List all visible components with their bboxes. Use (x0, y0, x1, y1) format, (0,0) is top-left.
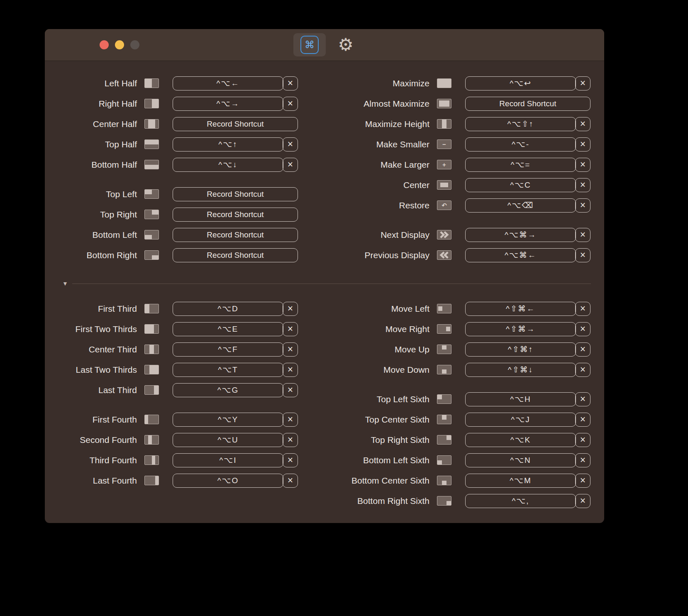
shortcut-recorder-button[interactable]: ^⌥H (465, 392, 576, 406)
shortcut-recorder-button[interactable]: ^⌥→ (173, 97, 283, 111)
shortcut-control: ^⇧⌘← × (465, 302, 590, 316)
shortcut-recorder-button[interactable]: ^⌥- (465, 137, 576, 152)
clear-shortcut-button[interactable]: × (575, 474, 590, 488)
shortcut-recorder-button[interactable]: Record Shortcut (173, 117, 298, 131)
clear-shortcut-button[interactable]: × (575, 178, 590, 192)
last-two-thirds-icon (144, 365, 159, 374)
shortcut-recorder-button[interactable]: ^⌥J (465, 413, 576, 427)
action-label: Top Half (45, 139, 137, 149)
shortcut-recorder-button[interactable]: ^⌥Y (173, 413, 283, 427)
clear-shortcut-button[interactable]: × (575, 198, 590, 213)
shortcut-recorder-button[interactable]: ^⌥U (173, 433, 283, 447)
shortcut-recorder-button[interactable]: ^⌥F (173, 342, 283, 357)
shortcut-recorder-button[interactable]: ^⇧⌘← (465, 302, 576, 316)
shortcut-row: Top Right Sixth ^⌥K × (298, 430, 590, 450)
shortcut-recorder-button[interactable]: ^⌥T (173, 363, 283, 377)
bottom-center-sixth-icon (437, 476, 451, 485)
clear-shortcut-button[interactable]: × (575, 117, 590, 131)
shortcut-control: ^⌥, × (465, 494, 590, 508)
action-label: Top Right Sixth (298, 435, 429, 445)
shortcut-control: ^⌥K × (465, 433, 590, 447)
clear-shortcut-button[interactable]: × (575, 248, 590, 262)
shortcut-control: ^⌥↓ × (173, 158, 298, 172)
shortcut-row: Move Up ^⇧⌘↑ × (298, 339, 590, 359)
shortcut-recorder-button[interactable]: Record Shortcut (465, 97, 590, 111)
clear-shortcut-button[interactable]: × (283, 302, 298, 316)
shortcut-control: ^⌥⇧↑ × (465, 117, 590, 131)
clear-shortcut-button[interactable]: × (283, 474, 298, 488)
shortcut-row: First Two Thirds ^⌥E × (45, 319, 298, 339)
tab-shortcuts[interactable]: ⌘ (293, 33, 326, 56)
shortcut-recorder-button[interactable]: Record Shortcut (173, 248, 298, 262)
shortcut-recorder-button[interactable]: ^⌥G (173, 383, 283, 397)
clear-shortcut-button[interactable]: × (575, 322, 590, 336)
clear-shortcut-button[interactable]: × (575, 433, 590, 447)
shortcut-recorder-button[interactable]: ^⇧⌘↓ (465, 363, 576, 377)
shortcut-recorder-button[interactable]: ^⌥⇧↑ (465, 117, 576, 131)
clear-shortcut-button[interactable]: × (575, 363, 590, 377)
shortcut-recorder-button[interactable]: ^⌥M (465, 474, 576, 488)
shortcut-recorder-button[interactable]: ^⇧⌘↑ (465, 342, 576, 357)
shortcut-recorder-button[interactable]: Record Shortcut (173, 187, 298, 201)
disclosure-triangle-icon[interactable]: ▼ (62, 281, 68, 286)
shortcut-row: Make Smaller − ^⌥- × (298, 134, 590, 154)
shortcut-control: ^⇧⌘→ × (465, 322, 590, 336)
move-down-icon (437, 365, 451, 374)
shortcut-recorder-button[interactable]: ^⌥K (465, 433, 576, 447)
shortcut-recorder-button[interactable]: ^⌥⌘← (465, 248, 576, 262)
top-right-icon (144, 210, 159, 219)
shortcut-row: Bottom Left Record Shortcut (45, 225, 298, 245)
clear-shortcut-button[interactable]: × (283, 413, 298, 427)
clear-shortcut-button[interactable]: × (575, 453, 590, 467)
action-label: Make Smaller (298, 139, 429, 149)
shortcut-recorder-button[interactable]: ^⌥D (173, 302, 283, 316)
clear-shortcut-button[interactable]: × (283, 97, 298, 111)
shortcut-recorder-button[interactable]: ^⌥I (173, 453, 283, 467)
shortcut-recorder-button[interactable]: ^⌥O (173, 474, 283, 488)
shortcut-control: ^⌥← × (173, 76, 298, 90)
clear-shortcut-button[interactable]: × (283, 383, 298, 397)
clear-shortcut-button[interactable]: × (283, 453, 298, 467)
clear-shortcut-button[interactable]: × (283, 363, 298, 377)
close-icon: × (580, 304, 586, 313)
shortcut-recorder-button[interactable]: ^⌥⌘→ (465, 228, 576, 242)
shortcut-row: Almost Maximize Record Shortcut (298, 93, 590, 114)
shortcut-recorder-button[interactable]: ^⌥⌫ (465, 198, 576, 213)
clear-shortcut-button[interactable]: × (575, 302, 590, 316)
shortcut-recorder-button[interactable]: ^⌥↑ (173, 137, 283, 152)
close-icon: × (580, 78, 586, 88)
clear-shortcut-button[interactable]: × (575, 494, 590, 508)
clear-shortcut-button[interactable]: × (283, 158, 298, 172)
shortcut-recorder-button[interactable]: ^⌥E (173, 322, 283, 336)
clear-shortcut-button[interactable]: × (575, 342, 590, 357)
shortcut-recorder-button[interactable]: ^⌥↓ (173, 158, 283, 172)
clear-shortcut-button[interactable]: × (283, 342, 298, 357)
right-half-icon (144, 99, 159, 108)
clear-shortcut-button[interactable]: × (575, 76, 590, 90)
action-label: Bottom Right (45, 250, 137, 260)
clear-shortcut-button[interactable]: × (283, 137, 298, 152)
shortcut-recorder-button[interactable]: ^⌥C (465, 178, 576, 192)
shortcut-recorder-button[interactable]: ^⌥← (173, 76, 283, 90)
shortcut-row: Second Fourth ^⌥U × (45, 430, 298, 450)
shortcut-recorder-button[interactable]: ^⌥N (465, 453, 576, 467)
shortcut-control: ^⌥D × (173, 302, 298, 316)
clear-shortcut-button[interactable]: × (575, 137, 590, 152)
tab-settings[interactable]: ⚙ (336, 35, 356, 55)
shortcut-recorder-button[interactable]: ^⌥↩ (465, 76, 576, 90)
clear-shortcut-button[interactable]: × (575, 392, 590, 406)
clear-shortcut-button[interactable]: × (575, 228, 590, 242)
clear-shortcut-button[interactable]: × (575, 413, 590, 427)
clear-shortcut-button[interactable]: × (575, 158, 590, 172)
action-label: Almost Maximize (298, 99, 429, 109)
shortcut-recorder-button[interactable]: ^⌥, (465, 494, 576, 508)
shortcut-recorder-button[interactable]: ^⌥= (465, 158, 576, 172)
shortcut-control: ^⌥T × (173, 363, 298, 377)
clear-shortcut-button[interactable]: × (283, 433, 298, 447)
clear-shortcut-button[interactable]: × (283, 322, 298, 336)
shortcut-recorder-button[interactable]: ^⇧⌘→ (465, 322, 576, 336)
clear-shortcut-button[interactable]: × (283, 76, 298, 90)
shortcut-recorder-button[interactable]: Record Shortcut (173, 228, 298, 242)
shortcut-recorder-button[interactable]: Record Shortcut (173, 208, 298, 222)
shortcut-row: Restore ↶ ^⌥⌫ × (298, 195, 590, 215)
